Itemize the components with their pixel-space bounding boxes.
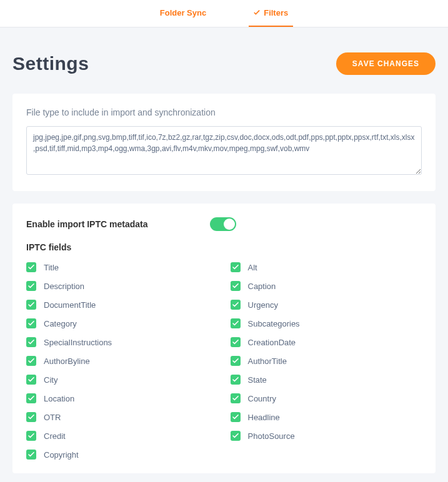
iptc-field-item: Subcategories (231, 318, 422, 328)
checkbox[interactable] (231, 337, 241, 347)
filetype-input[interactable] (26, 126, 422, 175)
iptc-field-label: Subcategories (248, 319, 300, 328)
checkbox[interactable] (26, 412, 36, 422)
checkbox[interactable] (26, 318, 36, 328)
checkbox[interactable] (26, 356, 36, 366)
top-tabs: Folder Sync Filters (0, 0, 448, 27)
iptc-field-label: City (44, 375, 57, 385)
checkbox[interactable] (26, 375, 36, 385)
iptc-field-item: OTR (26, 412, 218, 422)
iptc-field-item: AuthorByline (26, 356, 218, 366)
iptc-fields-grid: TitleDescriptionDocumentTitleCategorySpe… (26, 262, 422, 460)
iptc-field-label: Copyright (44, 450, 79, 460)
checkbox[interactable] (231, 262, 241, 272)
checkbox[interactable] (26, 431, 36, 441)
checkbox[interactable] (231, 356, 241, 366)
tab-label: Folder Sync (160, 8, 206, 17)
iptc-field-label: Title (44, 263, 59, 272)
check-icon (254, 8, 260, 17)
iptc-field-item: Credit (26, 431, 218, 441)
iptc-field-label: PhotoSource (248, 431, 295, 441)
checkbox[interactable] (231, 300, 241, 310)
checkbox[interactable] (26, 262, 36, 272)
iptc-field-item: State (231, 375, 422, 385)
checkbox[interactable] (26, 281, 36, 291)
iptc-field-label: AuthorByline (44, 357, 90, 366)
iptc-field-item: Description (26, 281, 218, 291)
tab-label: Filters (264, 8, 288, 17)
iptc-field-label: CreationDate (248, 338, 296, 347)
iptc-field-label: OTR (44, 413, 61, 422)
iptc-field-item: SpecialInstructions (26, 337, 218, 347)
save-button[interactable]: SAVE CHANGES (336, 52, 436, 75)
iptc-field-label: Description (44, 282, 84, 291)
checkbox[interactable] (231, 318, 241, 328)
iptc-field-item: Headline (231, 412, 422, 422)
iptc-field-item: Title (26, 262, 218, 272)
filetype-card: File type to include in import and synch… (12, 94, 436, 191)
page-header: Settings SAVE CHANGES (12, 52, 436, 75)
checkbox[interactable] (231, 393, 241, 403)
iptc-field-label: Country (248, 394, 277, 403)
iptc-field-item: Alt (231, 262, 422, 272)
iptc-field-label: Credit (44, 431, 66, 441)
iptc-field-item: Copyright (26, 450, 218, 460)
iptc-field-label: SpecialInstructions (44, 338, 112, 347)
page-title: Settings (12, 53, 89, 74)
checkbox[interactable] (231, 412, 241, 422)
iptc-field-item: Location (26, 393, 218, 403)
iptc-field-item: Category (26, 318, 218, 328)
iptc-field-label: State (248, 375, 267, 385)
iptc-field-item: PhotoSource (231, 431, 422, 441)
tab-folder-sync[interactable]: Folder Sync (155, 0, 211, 27)
checkbox[interactable] (26, 300, 36, 310)
iptc-field-label: Urgency (248, 300, 278, 310)
checkbox[interactable] (26, 393, 36, 403)
checkbox[interactable] (231, 375, 241, 385)
checkbox[interactable] (231, 431, 241, 441)
iptc-field-label: Caption (248, 282, 276, 291)
iptc-field-item: CreationDate (231, 337, 422, 347)
tab-filters[interactable]: Filters (249, 0, 293, 27)
iptc-field-label: Headline (248, 413, 280, 422)
filetype-label: File type to include in import and synch… (26, 107, 422, 117)
iptc-toggle-label: Enable import IPTC metadata (26, 219, 147, 229)
iptc-field-item: Country (231, 393, 422, 403)
iptc-field-item: Caption (231, 281, 422, 291)
iptc-card: Enable import IPTC metadata IPTC fields … (12, 204, 436, 473)
toggle-knob (224, 219, 235, 230)
iptc-field-item: City (26, 375, 218, 385)
iptc-section-title: IPTC fields (26, 242, 422, 252)
iptc-field-label: DocumentTitle (44, 300, 96, 310)
iptc-toggle[interactable] (210, 217, 236, 231)
iptc-field-item: AuthorTitle (231, 356, 422, 366)
iptc-field-item: DocumentTitle (26, 300, 218, 310)
checkbox[interactable] (231, 281, 241, 291)
iptc-field-item: Urgency (231, 300, 422, 310)
iptc-field-label: Category (44, 319, 77, 328)
iptc-field-label: Alt (248, 263, 257, 272)
iptc-field-label: Location (44, 394, 74, 403)
checkbox[interactable] (26, 450, 36, 460)
checkbox[interactable] (26, 337, 36, 347)
iptc-field-label: AuthorTitle (248, 357, 287, 366)
